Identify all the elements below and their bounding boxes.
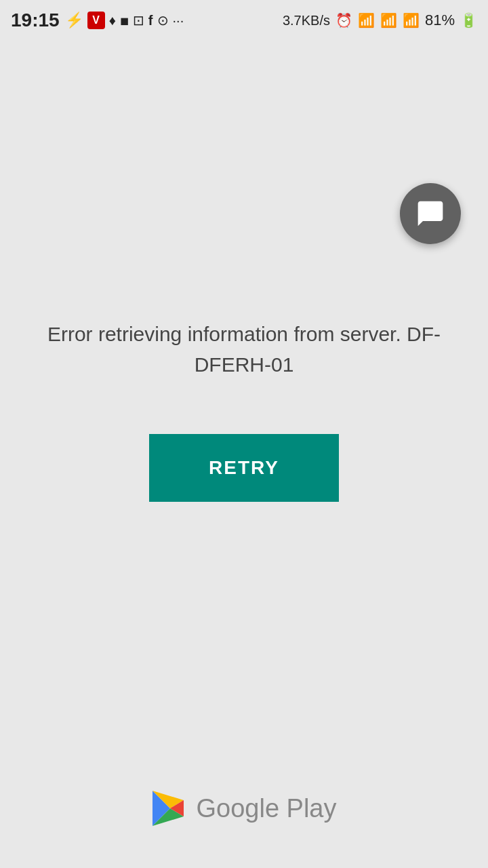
battery-icon: 🔋 — [460, 12, 477, 28]
pinterest-icon: ♦ — [109, 13, 116, 28]
status-left: 19:15 ⚡ V ♦ ◼ ⊡ f ⊙ ··· — [11, 9, 184, 31]
messenger-icon: ⊙ — [157, 12, 169, 28]
google-play-text: Google Play — [196, 794, 336, 823]
wifi-icon: 📶 — [403, 12, 420, 28]
facebook-icon: f — [148, 13, 153, 28]
chat-button[interactable] — [400, 183, 461, 244]
network-speed: 3.7KB/s — [283, 13, 330, 28]
bra-today-icon: ◼ — [120, 14, 129, 27]
signal-icon-1: 📶 — [358, 12, 375, 28]
error-section: Error retrieving information from server… — [0, 319, 488, 380]
retry-button[interactable]: RETRY — [149, 434, 339, 502]
status-bar: 19:15 ⚡ V ♦ ◼ ⊡ f ⊙ ··· 3.7KB/s ⏰ 📶 📶 📶 — [0, 0, 488, 41]
google-play-footer: Google Play — [0, 789, 488, 827]
chat-icon — [415, 199, 445, 229]
retry-label: RETRY — [209, 457, 279, 479]
status-right: 3.7KB/s ⏰ 📶 📶 📶 81% 🔋 — [283, 12, 477, 29]
bolt-icon: ⚡ — [65, 12, 83, 29]
alarm-icon: ⏰ — [336, 12, 352, 28]
main-content: Error retrieving information from server… — [0, 41, 488, 868]
status-icons: ⚡ V ♦ ◼ ⊡ f ⊙ ··· — [65, 12, 184, 29]
instagram-icon: ⊡ — [133, 12, 144, 28]
status-time: 19:15 — [11, 9, 60, 31]
battery-level: 81% — [425, 12, 455, 29]
signal-icon-2: 📶 — [380, 12, 397, 28]
vivaldi-icon: V — [87, 12, 105, 29]
google-play-logo — [151, 789, 185, 827]
more-icon: ··· — [173, 13, 184, 28]
error-message: Error retrieving information from server… — [47, 323, 441, 376]
